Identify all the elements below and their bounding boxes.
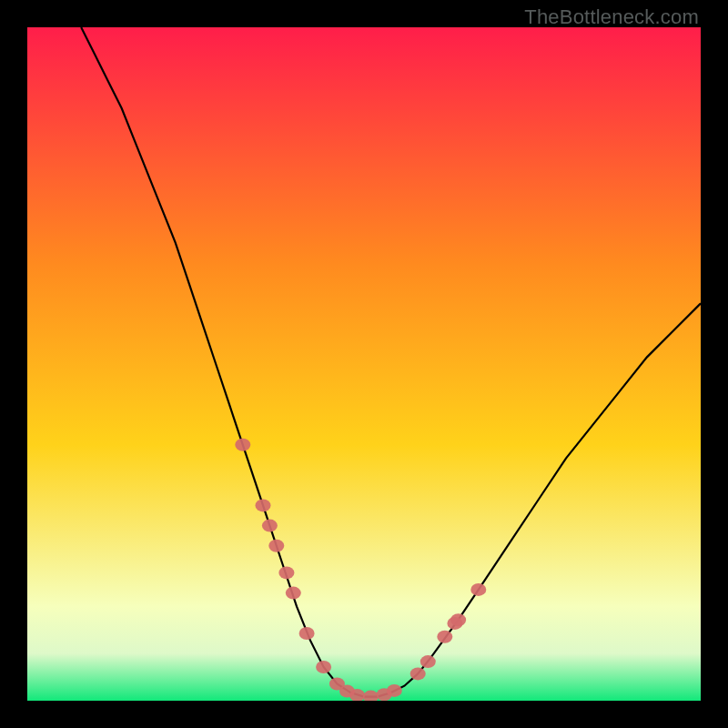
curve-marker (299, 627, 315, 640)
watermark-text: TheBottleneck.com (524, 5, 699, 29)
curve-marker (268, 540, 284, 552)
bottleneck-chart (27, 27, 701, 701)
curve-marker (387, 684, 402, 697)
curve-marker (437, 631, 452, 643)
curve-marker (470, 583, 486, 596)
chart-frame (27, 27, 701, 701)
curve-marker (450, 613, 466, 626)
curve-marker (410, 667, 426, 680)
curve-marker (316, 661, 331, 673)
curve-marker (286, 587, 301, 600)
gradient-background (27, 27, 701, 701)
curve-marker (235, 439, 250, 451)
curve-marker (278, 566, 294, 579)
curve-marker (262, 520, 278, 532)
curve-marker (420, 655, 436, 668)
curve-marker (256, 499, 271, 511)
